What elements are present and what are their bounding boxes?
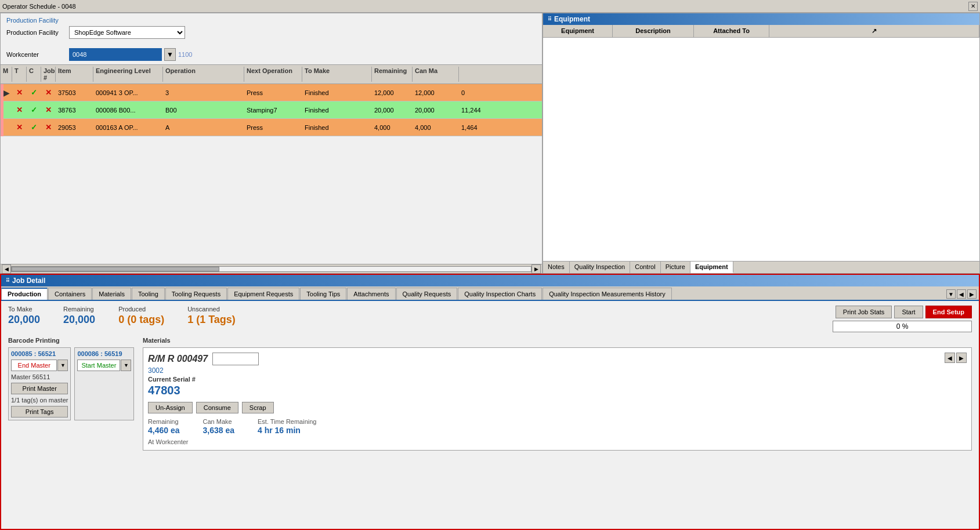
table-body: ▶ ✕ ✓ ✕ 37503 000941 3 OP... 3 Press Fin…: [1, 84, 542, 264]
row-can-make: 11,244: [459, 106, 500, 115]
serial-value: 47803: [148, 384, 940, 397]
row-operation: Stamping7: [244, 106, 302, 115]
row-operation: Press: [244, 123, 302, 132]
row-can-make: 1,464: [459, 123, 500, 132]
job-detail-title: ⠿ Job Detail: [1, 275, 979, 286]
facility-field-label: Production Facility: [6, 29, 64, 36]
start-master-dropdown[interactable]: ▼: [121, 360, 131, 371]
remaining-value: 20,000: [63, 314, 95, 326]
tab-containers[interactable]: Containers: [48, 288, 92, 300]
tab-picture[interactable]: Picture: [661, 262, 690, 273]
mat-remaining-value: 4,460 ea: [148, 426, 180, 435]
tab-arrows: ▼ ◀ ▶: [944, 288, 979, 300]
row-mark-c: ✕: [41, 122, 56, 133]
start-button[interactable]: Start: [894, 306, 923, 318]
barcode-panel-1-title: 000085 : 56521: [11, 350, 68, 357]
at-workcenter-label: At Workcenter: [148, 438, 967, 445]
tab-production[interactable]: Production: [1, 288, 48, 300]
row-job-num: 29053: [56, 123, 93, 132]
to-make-value: 20,000: [8, 314, 40, 326]
row-item: 000086 B00...: [93, 106, 163, 115]
col-header-tomake: To Make: [302, 67, 372, 82]
row-next-op: Finished: [302, 88, 372, 97]
barcode-panel-2-title: 000086 : 56519: [77, 350, 131, 357]
tab-tooling-tips[interactable]: Tooling Tips: [300, 288, 346, 300]
tab-notes[interactable]: Notes: [543, 262, 570, 273]
tab-control[interactable]: Control: [630, 262, 660, 273]
unassign-button[interactable]: Un-Assign: [148, 402, 193, 413]
eq-col-equipment: Equipment: [543, 25, 613, 37]
row-mark-t: ✓: [27, 122, 41, 133]
barcode-label: Barcode Printing: [8, 337, 136, 344]
tab-attachments[interactable]: Attachments: [347, 288, 395, 300]
scrap-button[interactable]: Scrap: [242, 402, 274, 413]
start-master-button[interactable]: Start Master: [77, 360, 120, 371]
workcenter-dropdown-btn[interactable]: ▼: [164, 48, 176, 61]
tab-equipment[interactable]: Equipment: [690, 262, 733, 273]
barcode-btn-wrap-1: End Master ▼: [11, 360, 68, 371]
table-row[interactable]: ✕ ✓ ✕ 38763 000086 B00... B00 Stamping7 …: [1, 101, 542, 119]
end-setup-button[interactable]: End Setup: [925, 306, 972, 318]
row-can-make: 0: [459, 88, 500, 97]
tab-tooling[interactable]: Tooling: [132, 288, 165, 300]
col-header-t: T: [12, 67, 27, 82]
print-master-button[interactable]: Print Master: [11, 383, 68, 394]
end-master-dropdown[interactable]: ▼: [57, 360, 68, 371]
tab-dropdown-btn[interactable]: ▼: [946, 289, 956, 299]
eq-col-description: Description: [613, 25, 694, 37]
stat-remaining: Remaining 20,000: [63, 306, 95, 326]
print-tags-button[interactable]: Print Tags: [11, 406, 68, 418]
material-input-box[interactable]: [212, 353, 259, 365]
table-row[interactable]: ▶ ✕ ✓ ✕ 37503 000941 3 OP... 3 Press Fin…: [1, 84, 542, 101]
row-next-op: Finished: [302, 123, 372, 132]
scrollbar-track[interactable]: [11, 266, 531, 272]
col-header-m: M: [1, 67, 12, 82]
scroll-left-btn[interactable]: ◀: [2, 264, 11, 274]
progress-value: 0 %: [896, 322, 909, 331]
close-button[interactable]: ✕: [968, 2, 978, 11]
tab-quality-inspection[interactable]: Quality Inspection: [570, 262, 630, 273]
tab-quality-requests[interactable]: Quality Requests: [396, 288, 458, 300]
facility-row: Production Facility ShopEdge Software: [6, 26, 536, 39]
nav-prev-btn[interactable]: ◀: [945, 353, 955, 363]
tab-next-btn[interactable]: ▶: [967, 289, 977, 299]
scroll-right-btn[interactable]: ▶: [531, 264, 541, 274]
material-number: R/M R 000497: [148, 354, 208, 364]
tab-prev-btn[interactable]: ◀: [957, 289, 966, 299]
print-job-stats-button[interactable]: Print Job Stats: [836, 306, 892, 318]
facility-select[interactable]: ShopEdge Software: [69, 26, 185, 39]
end-master-button[interactable]: End Master: [11, 360, 57, 371]
nav-next-btn[interactable]: ▶: [956, 353, 967, 363]
row-to-make: 20,000: [372, 106, 413, 115]
equipment-grid-header: Equipment Description Attached To ↗: [543, 25, 979, 38]
col-header-canmake: Can Ma: [413, 67, 459, 82]
tab-equipment-requests[interactable]: Equipment Requests: [227, 288, 299, 300]
material-code: 3002: [148, 366, 940, 375]
row-eng-level: A: [163, 123, 244, 132]
tab-materials[interactable]: Materials: [92, 288, 131, 300]
row-job-num: 37503: [56, 88, 93, 97]
equipment-title-bar: ⠿ Equipment: [543, 13, 979, 25]
mat-remaining-label: Remaining: [148, 418, 180, 425]
workcenter-input[interactable]: [69, 48, 162, 61]
row-to-make: 12,000: [372, 88, 413, 97]
row-mark-m: ✕: [12, 104, 27, 115]
row-pink-indicator: [1, 101, 3, 119]
row-to-make: 4,000: [372, 123, 413, 132]
tab-quality-inspection-charts[interactable]: Quality Inspection Charts: [458, 288, 542, 300]
stat-produced: Produced 0 (0 tags): [118, 306, 164, 326]
barcode-panel-1: 000085 : 56521 End Master ▼ Master 56511…: [8, 347, 71, 420]
material-stats: Remaining 4,460 ea Can Make 3,638 ea Est…: [148, 418, 967, 435]
tab-quality-inspection-history[interactable]: Quality Inspection Measurements History: [543, 288, 672, 300]
row-item: 000941 3 OP...: [93, 88, 163, 97]
window-title: Operator Schedule - 0048: [2, 3, 76, 10]
tab-tooling-requests[interactable]: Tooling Requests: [165, 288, 227, 300]
barcode-btn-wrap-2: Start Master ▼: [77, 360, 131, 371]
table-row[interactable]: ✕ ✓ ✕ 29053 000163 A OP... A Press Finis…: [1, 119, 542, 136]
equipment-body: [543, 38, 979, 261]
consume-button[interactable]: Consume: [196, 402, 238, 413]
stats-row: To Make 20,000 Remaining 20,000 Produced…: [1, 301, 979, 337]
left-panel: Production Facility Production Facility …: [1, 13, 543, 273]
row-mark-c: ✕: [41, 87, 56, 98]
row-mark-t: ✓: [27, 104, 41, 115]
